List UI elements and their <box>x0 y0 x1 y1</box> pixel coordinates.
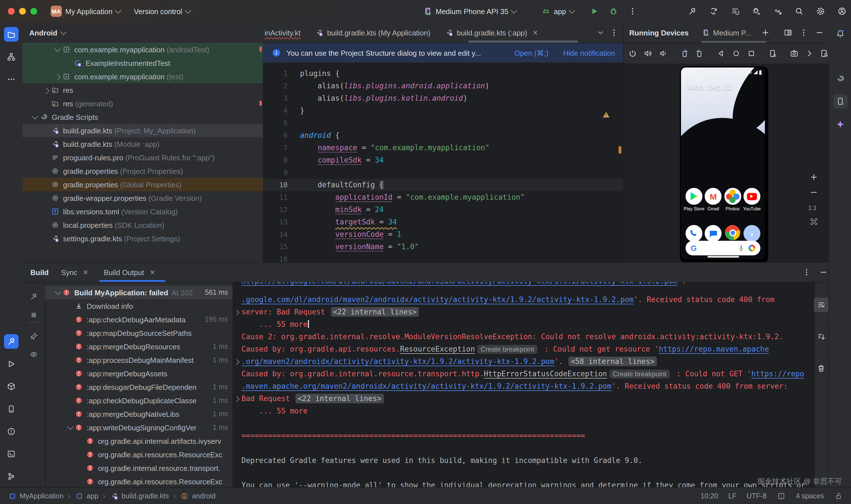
tab-scrollbar-thumb[interactable] <box>468 40 578 43</box>
photos-app-icon[interactable] <box>724 188 741 205</box>
project-tree-item[interactable]: local.properties (SDK Location) <box>22 218 263 232</box>
stop-button[interactable] <box>26 308 41 322</box>
phone-app-icon[interactable] <box>686 225 703 242</box>
expand-chevron-icon[interactable] <box>32 113 38 120</box>
console-line[interactable]: .org/maven2/androidx/activity/activity-k… <box>233 356 658 368</box>
breadcrumb-item[interactable]: android <box>180 492 216 501</box>
scroll-to-end-button[interactable] <box>814 330 829 344</box>
expand-chevron-icon[interactable] <box>55 289 61 295</box>
close-icon[interactable] <box>81 268 90 277</box>
expand-chevron-icon[interactable] <box>67 424 74 430</box>
build-tree-item[interactable]: :app:mergeDebugAssets <box>45 367 232 380</box>
project-tree-item[interactable]: com.example.myapplication (androidTest) <box>22 43 263 56</box>
code-line[interactable]: 7 namespace = "com.example.myapplication… <box>263 142 623 154</box>
project-tree-item[interactable]: build.gradle.kts (Module :app) <box>22 137 263 151</box>
build-tree-item[interactable]: :app:writeDebugSigningConfigVer1 ms <box>45 421 232 434</box>
build-tree-item[interactable]: :app:processDebugMainManifest1 ms <box>45 353 232 367</box>
stripe-notifications-bell[interactable] <box>833 26 848 41</box>
emulator-device-frame[interactable]: 7:50 3G Mon, Sep 23 Play StoreMGmailPhot… <box>680 66 768 263</box>
code-line[interactable]: 12 minSdk = 24 <box>263 204 623 216</box>
tab-sync[interactable]: Sync <box>61 268 90 277</box>
project-tree-item[interactable]: build.gradle.kts (Project: My_Applicatio… <box>22 124 263 137</box>
code-line[interactable]: 13 targetSdk = 34 <box>263 216 623 228</box>
code-line[interactable]: 14 versionCode = 1 <box>263 228 623 241</box>
app-shortcut[interactable]: YouTube <box>742 188 762 212</box>
code-editor[interactable]: 1plugins {2 alias(libs.plugins.android.a… <box>263 63 623 267</box>
profiler-icon[interactable] <box>773 7 782 16</box>
messages-app-icon[interactable] <box>705 225 722 242</box>
sync-restart-icon[interactable]: A <box>709 7 718 16</box>
editor-tab[interactable]: inActivity.kt <box>263 22 308 43</box>
console-line[interactable] <box>233 417 242 430</box>
search-everywhere-icon[interactable] <box>795 7 804 16</box>
settings-gear-icon[interactable] <box>816 7 825 16</box>
volume-down-icon[interactable] <box>658 49 668 58</box>
editor-tab-active[interactable]: build.gradle.kts (:app) <box>438 22 547 43</box>
breadcrumb-item[interactable]: build.gradle.kts <box>110 492 169 501</box>
close-icon[interactable] <box>530 28 539 37</box>
code-line[interactable]: 3 alias(libs.plugins.kotlin.android) <box>263 92 623 105</box>
panel-options-button[interactable] <box>799 28 808 37</box>
fold-chevron-icon[interactable] <box>234 310 240 315</box>
code-line[interactable]: 9 <box>263 166 623 179</box>
eye-button[interactable] <box>26 347 41 362</box>
stripe-terminal[interactable] <box>4 447 19 461</box>
panel-options-button[interactable] <box>802 268 811 277</box>
build-tree-item[interactable]: :app:checkDebugDuplicateClasse1 ms <box>45 394 232 407</box>
build-tree-item[interactable]: org.gradle.api.resources.ResourceExc <box>45 448 232 461</box>
more-actions-button[interactable] <box>628 7 637 16</box>
stripe-running-devices[interactable] <box>833 94 848 109</box>
expand-chevron-icon[interactable] <box>54 74 61 81</box>
chevron-right-icon[interactable] <box>805 49 814 58</box>
hide-notification-link[interactable]: Hide notification <box>563 49 615 57</box>
stripe-problems[interactable] <box>4 424 19 439</box>
project-tree-item[interactable]: settings.gradle.kts (Project Settings) <box>22 232 263 245</box>
minimize-window-button[interactable] <box>19 8 26 15</box>
open-project-structure-link[interactable]: Open (⌘;) <box>514 49 548 57</box>
pin-button[interactable] <box>26 329 41 344</box>
rotate-right-icon[interactable] <box>695 49 704 58</box>
app-shortcut[interactable] <box>723 225 742 242</box>
emulator-screen[interactable]: 7:50 3G Mon, Sep 23 Play StoreMGmailPhot… <box>681 68 765 259</box>
soft-wrap-button[interactable] <box>814 298 829 312</box>
code-line[interactable]: 15 versionName = "1.0" <box>263 241 623 253</box>
console-line[interactable]: .maven.apache.org/maven2/androidx/activi… <box>233 380 788 393</box>
vcs-widget[interactable]: Version control <box>134 7 190 16</box>
build-variants-icon[interactable] <box>730 7 740 16</box>
build-tree-item[interactable]: Download info <box>45 299 232 313</box>
inspection-warning-icon[interactable] <box>602 110 611 119</box>
editor-tab[interactable]: build.gradle.kts (My Application) <box>308 22 438 43</box>
app-shortcut[interactable]: › <box>742 225 762 242</box>
google-lens-icon[interactable] <box>748 245 755 251</box>
run-config-selector[interactable]: app <box>542 0 574 22</box>
stripe-run[interactable] <box>4 357 19 371</box>
project-tree-item[interactable]: libs.versions.toml (Version Catalog) <box>22 205 263 218</box>
zoom-reset-button[interactable]: 1:1 <box>808 204 817 211</box>
close-icon[interactable] <box>148 268 157 277</box>
console-line[interactable] <box>233 442 242 454</box>
project-tree-item[interactable]: ExampleInstrumentedTest <box>22 56 263 70</box>
hide-panel-button[interactable] <box>815 28 824 37</box>
console-line[interactable]: ... 55 more <box>233 405 307 417</box>
project-tree-item[interactable]: gradle.properties (Project Properties) <box>22 164 263 178</box>
youtube-app-icon[interactable] <box>744 188 760 205</box>
console-line[interactable]: Caused by: org.gradle.api.resources.Reso… <box>233 343 769 356</box>
console-line[interactable]: server: Bad Request <22 internal lines> <box>233 306 420 318</box>
expand-chevron-icon[interactable] <box>43 88 50 94</box>
project-tree-item[interactable]: proguard-rules.pro (ProGuard Rules for "… <box>22 151 263 164</box>
project-widget[interactable]: MA My Application <box>51 6 121 17</box>
device-selector[interactable]: Medium Phone API 35 <box>423 0 516 22</box>
console-line[interactable]: You can use '--warning-mode all' to show… <box>233 479 805 488</box>
project-tree-item[interactable]: gradle-wrapper.properties (Gradle Versio… <box>22 191 263 205</box>
project-view-selector[interactable]: Android <box>29 29 57 37</box>
tab-scrollbar-thumb[interactable] <box>701 41 766 43</box>
google-search-bar[interactable]: G <box>686 241 760 255</box>
device-settings-icon[interactable] <box>768 49 777 58</box>
device-search-icon[interactable] <box>820 49 829 58</box>
code-line[interactable]: 1plugins { <box>263 68 623 80</box>
stripe-project-folder[interactable] <box>4 27 19 42</box>
fold-chevron-icon[interactable] <box>234 359 240 365</box>
inspection-highlight-icon[interactable] <box>777 492 786 501</box>
code-line[interactable]: 6android { <box>263 129 623 142</box>
split-view-button[interactable] <box>783 28 793 37</box>
